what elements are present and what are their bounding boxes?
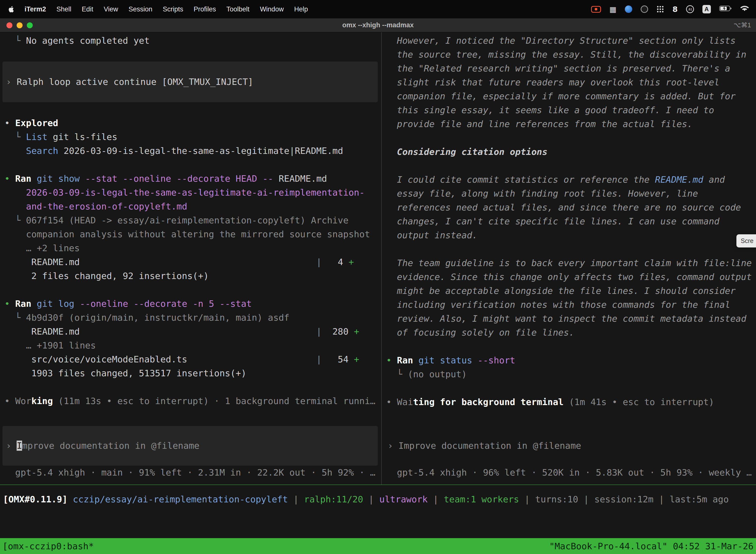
menu-bar-status-icons: ▦ 8 .61 A [591, 5, 749, 14]
text-segment: this single essay, it seems like a good … [386, 105, 714, 115]
terminal-line: and-the-erosion-of-copyleft.md [4, 200, 381, 214]
dark-app-icon[interactable] [641, 5, 648, 13]
text-segment: the source tree, missing the essay. Stil… [386, 49, 746, 60]
left-transcript: • Explored └ List git ls-files Search 20… [4, 116, 381, 408]
menu-item-iterm2[interactable]: iTerm2 [19, 5, 51, 13]
menu-item-view[interactable]: View [99, 5, 123, 13]
blue-app-icon[interactable] [625, 5, 632, 13]
text-segment: | [288, 494, 304, 504]
terminal-line: companion file, especially if more comme… [386, 89, 756, 103]
terminal-line: 1903 files changed, 513517 insertions(+) [4, 366, 381, 380]
right-prompt-input[interactable]: › Improve documentation in @filename [384, 426, 753, 466]
terminal-line: • Ran git show --stat --oneline --decora… [4, 172, 381, 186]
battery-icon[interactable] [719, 5, 732, 13]
text-segment: | [653, 494, 670, 504]
text-segment: The team guideline is to back every impo… [386, 258, 752, 268]
terminal-line: essay file, along with finding root file… [386, 187, 756, 201]
right-pane[interactable]: However, I noticed the "Directory Struct… [382, 32, 756, 485]
terminal-line: 2026-03-09-is-legal-the-same-as-legitima… [4, 186, 381, 200]
menu-item-help[interactable]: Help [289, 5, 313, 13]
text-segment: … +1901 lines [4, 340, 96, 350]
left-prompt-input[interactable]: › Improve documentation in @filename [2, 426, 378, 466]
app-grid-icon[interactable] [656, 5, 664, 13]
text-segment: essay file, along with finding root file… [386, 188, 698, 199]
terminal-line: └ 067f154 (HEAD -> essay/ai-reimplementa… [4, 214, 381, 227]
terminal-line [4, 158, 381, 172]
terminal-line: I could cite commit statistics or refere… [386, 173, 756, 187]
menu-item-window[interactable]: Window [255, 5, 289, 13]
terminal-line: of focusing solely on file lines. [386, 326, 756, 340]
omx-status-bar: [OMX#0.11.9] cczip/essay/ai-reimplementa… [0, 492, 756, 506]
text-segment: 2026-03-09-is-legal-the-same-as-legitima… [26, 187, 365, 198]
terminal-line: [OMX#0.11.9] cczip/essay/ai-reimplementa… [3, 492, 756, 506]
text-segment: gpt-5.4 xhigh · main · 91% left · 2.31M … [4, 467, 376, 478]
menu-item-edit[interactable]: Edit [77, 5, 99, 13]
terminal-line: • Ran git status --short [386, 353, 756, 367]
zoom-button[interactable] [27, 22, 33, 28]
text-segment: Wai [397, 397, 413, 407]
terminal-line: • Waiting for background terminal (1m 41… [386, 395, 756, 409]
text-segment: └ [4, 132, 26, 142]
text-segment [80, 257, 316, 267]
text-segment: Ralph loop active continue [OMX_TMUX_INJ… [17, 77, 253, 87]
terminal-line: gpt-5.4 xhigh · main · 91% left · 2.31M … [4, 466, 381, 480]
text-segment: [OMX#0.11.9] [3, 494, 73, 504]
menu-item-shell[interactable]: Shell [51, 5, 77, 13]
text-segment: README.md [655, 174, 703, 185]
window-title: omx --xhigh --madmax [0, 21, 756, 29]
eight-icon[interactable]: 8 [673, 5, 678, 14]
text-segment [187, 354, 316, 365]
text-segment: 2026-03-09-is-legal-the-same-as-legitima… [58, 146, 343, 156]
left-pane[interactable]: └ No agents completed yet › Ralph loop a… [0, 32, 382, 485]
menu-item-session[interactable]: Session [123, 5, 158, 13]
text-segment: ting for background terminal [413, 397, 564, 407]
text-segment: git status [419, 355, 472, 365]
menu-bar-left: iTerm2 Shell Edit View Session Scripts P… [7, 5, 313, 13]
text-segment: including verification notes with those … [386, 299, 730, 310]
text-segment: changes, I can't cite specific file line… [386, 216, 719, 226]
text-segment: List [26, 132, 48, 142]
input-source-icon[interactable]: A [702, 5, 711, 13]
text-segment: Wor [15, 396, 31, 406]
terminal-line: • Explored [4, 116, 381, 130]
text-segment: • [4, 118, 15, 128]
menu-item-scripts[interactable]: Scripts [158, 5, 189, 13]
menu-item-toolbelt[interactable]: Toolbelt [221, 5, 255, 13]
wifi-icon[interactable] [740, 5, 749, 14]
text-segment: No agents completed yet [26, 36, 150, 46]
gauge-icon[interactable]: .61 [686, 5, 694, 13]
text-segment: • [4, 173, 15, 184]
text-segment: + [354, 326, 359, 337]
text-segment [74, 298, 80, 309]
close-button[interactable] [6, 22, 12, 28]
text-segment: review. Also, I might want to inspect th… [386, 314, 746, 324]
text-segment: git log [37, 298, 74, 309]
text-segment: slight risk that future readers may over… [386, 77, 719, 88]
text-segment: Ran [15, 298, 31, 309]
terminal-line [4, 283, 381, 297]
menu-item-profiles[interactable]: Profiles [189, 5, 221, 13]
terminal-line: └ No agents completed yet [4, 34, 381, 48]
screen-recording-indicator-icon[interactable] [591, 6, 601, 13]
text-segment: 54 [322, 354, 354, 365]
text-segment: + [349, 257, 354, 267]
text-segment: (1m 41s • esc to interrupt) [564, 397, 714, 407]
text-segment: 4 [322, 257, 349, 267]
window-title-bar[interactable]: omx --xhigh --madmax ⌥⌘1 [0, 18, 756, 32]
text-segment [31, 173, 37, 184]
terminal-line: … +2 lines [4, 241, 381, 255]
text-segment: • [386, 355, 397, 365]
minimize-button[interactable] [17, 22, 22, 28]
apple-menu-icon[interactable] [7, 5, 19, 13]
tmux-panes: └ No agents completed yet › Ralph loop a… [0, 32, 756, 485]
text-segment: Explored [15, 118, 58, 128]
terminal-line: the "Related research writing" section i… [386, 62, 756, 75]
text-segment: | [316, 326, 322, 337]
terminal-line [386, 242, 756, 256]
text-segment: | [578, 494, 594, 504]
terminal-line: references need actual files, and since … [386, 201, 756, 214]
text-segment: and [703, 174, 725, 185]
text-segment [80, 326, 316, 337]
grid-icon[interactable]: ▦ [610, 5, 616, 14]
text-segment: companion analysis without altering the … [4, 229, 370, 239]
